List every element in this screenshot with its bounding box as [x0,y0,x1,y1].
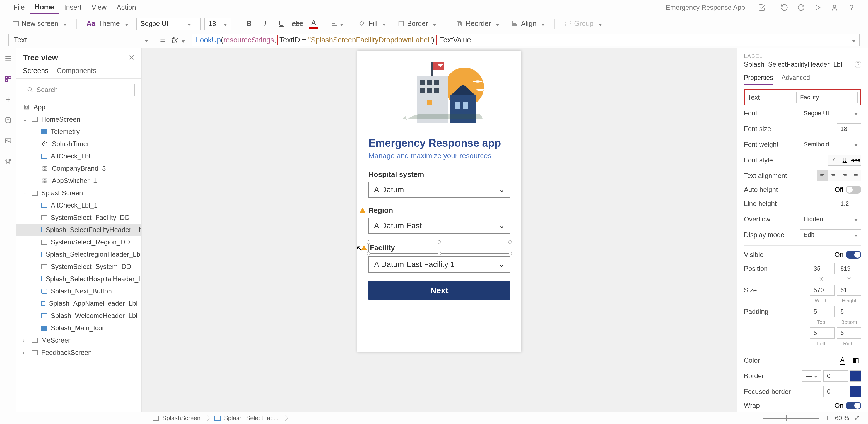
prop-padl-input[interactable]: 5 [810,328,835,339]
bold-button[interactable]: B [243,18,255,30]
tree-tab-components[interactable]: Components [57,67,96,79]
prop-height-input[interactable]: 51 [837,284,861,296]
tree-node-app[interactable]: App [16,101,142,113]
prop-autoheight-toggle[interactable] [846,186,861,193]
prop-fontstyle-group[interactable]: / U abc [828,155,861,166]
rail-advanced-icon[interactable] [3,157,13,166]
tree-node-splashscreen[interactable]: ⌄SplashScreen [16,187,142,199]
breadcrumb-element[interactable]: Splash_SelectFac... [212,415,284,422]
share-icon[interactable] [830,2,840,12]
font-family-select[interactable]: Segoe UI [136,18,200,30]
rail-data-icon[interactable] [3,116,13,125]
tree-node-welcomeh[interactable]: Splash_WelcomeHeader_Lbl [16,310,142,322]
prop-displaymode-select[interactable]: Edit [800,229,861,240]
tree-node-sysfac[interactable]: SystemSelect_Facility_DD [16,211,142,224]
prop-fontweight-select[interactable]: Semibold [800,139,861,150]
fx-icon[interactable]: fx [172,36,185,44]
formula-input[interactable]: LookUp(resourceStrings, TextID = "Splash… [192,34,860,46]
prop-focusbordercolor-btn[interactable] [850,386,861,397]
prop-padt-input[interactable]: 5 [810,306,835,317]
prop-wrap-toggle[interactable] [846,402,861,410]
tree-node-altcheck1[interactable]: AltCheck_Lbl_1 [16,199,142,211]
tree-node-mainicon[interactable]: Splash_Main_Icon [16,322,142,334]
undo-icon[interactable] [779,2,789,12]
prop-strike-btn[interactable]: abc [850,155,861,166]
breadcrumb-screen[interactable]: SplashScreen [150,415,206,422]
facility-dropdown[interactable]: A Datum East Facility 1⌄ [368,256,510,273]
font-color-button[interactable]: A [307,18,320,30]
facility-label-selected[interactable]: Facility [370,244,510,252]
tree-node-appswitcher[interactable]: AppSwitcher_1 [16,175,142,187]
prop-focusborder-input[interactable]: 0 [824,386,848,397]
redo-icon[interactable] [796,2,806,12]
prop-overflow-select[interactable]: Hidden [800,214,861,225]
prop-posx-input[interactable]: 35 [810,263,835,274]
property-selector[interactable]: Text [8,34,153,46]
zoom-out-button[interactable]: − [753,414,758,423]
prop-italic-btn[interactable]: / [828,155,839,166]
canvas[interactable]: Emergency Response app Manage and maximi… [142,48,737,412]
tree-node-telemetry[interactable]: Telemetry [16,125,142,138]
menu-file[interactable]: File [8,2,30,13]
tree-node-facility-header[interactable]: Splash_SelectFacilityHeader_Lbl··· [16,224,142,236]
play-icon[interactable] [813,2,823,12]
prop-visible-toggle[interactable] [846,251,861,259]
new-screen-button[interactable]: New screen [8,18,71,30]
prop-help-icon[interactable]: ? [855,61,861,68]
prop-font-select[interactable]: Segoe UI [800,108,861,119]
tree-node-altcheck[interactable]: AltCheck_Lbl [16,150,142,162]
prop-borderstyle-select[interactable]: — [802,370,821,382]
tree-node-appnameh[interactable]: Splash_AppNameHeader_Lbl [16,297,142,310]
align-right-btn[interactable] [839,170,850,181]
next-button[interactable]: Next [368,281,510,300]
align-justify-btn[interactable] [850,170,861,181]
tree-node-homescreen[interactable]: ⌄HomeScreen [16,113,142,125]
tree-node-sysreg[interactable]: SystemSelect_Region_DD [16,236,142,248]
fit-screen-icon[interactable]: ⤢ [855,415,860,422]
align-left-btn[interactable] [817,170,828,181]
prop-tab-advanced[interactable]: Advanced [781,74,810,85]
app-checker-icon[interactable] [757,2,767,12]
theme-button[interactable]: AaTheme [82,18,132,30]
tree-search-input[interactable]: Search [23,84,135,96]
menu-insert[interactable]: Insert [59,2,87,13]
tree-node-nextbtn[interactable]: Splash_Next_Button [16,285,142,297]
prop-padr-input[interactable]: 5 [837,328,861,339]
zoom-in-button[interactable]: + [825,414,829,423]
italic-button[interactable]: I [259,18,271,30]
rail-hamburger-icon[interactable] [3,54,13,63]
prop-lineheight-input[interactable]: 1.2 [837,198,861,209]
prop-padb-input[interactable]: 5 [837,306,861,317]
prop-align-group[interactable] [817,170,861,181]
tree-node-hospheader[interactable]: Splash_SelectHospitalHeader_Lbl [16,273,142,285]
prop-tab-properties[interactable]: Properties [744,74,773,85]
fill-button[interactable]: Fill [355,18,390,30]
tree-node-syssys[interactable]: SystemSelect_System_DD [16,261,142,273]
zoom-slider[interactable] [764,418,819,419]
prop-underline-btn[interactable]: U [839,155,850,166]
tree-node-feedback[interactable]: ›FeedbackScreen [16,346,142,359]
menu-action[interactable]: Action [112,2,141,13]
rail-insert-icon[interactable] [3,95,13,104]
prop-text-input[interactable]: Facility [796,92,858,103]
prop-bordercolor-btn[interactable] [850,370,861,382]
align-center-btn[interactable] [828,170,839,181]
help-icon[interactable]: ? [846,2,856,12]
prop-fontcolor-btn[interactable]: A [837,355,848,366]
font-size-select[interactable]: 18 [205,18,231,30]
tree-node-regheader[interactable]: Splash_SelectregionHeader_Lbl [16,248,142,261]
menu-view[interactable]: View [87,2,112,13]
tree-node-splashtimer[interactable]: ⏱SplashTimer [16,138,142,150]
tree-close-icon[interactable]: ✕ [128,53,135,62]
prop-width-input[interactable]: 570 [810,284,835,296]
menu-home[interactable]: Home [30,1,59,14]
rail-tree-icon[interactable] [3,74,13,84]
text-align-button[interactable] [331,18,343,30]
hospital-dropdown[interactable]: A Datum⌄ [368,182,510,198]
prop-borderwidth-input[interactable]: 0 [824,370,848,382]
strikethrough-button[interactable]: abc [291,18,304,30]
underline-button[interactable]: U [275,18,287,30]
border-button[interactable]: Border [394,18,440,30]
align-button[interactable]: Align [507,18,549,30]
tree-node-companybrand[interactable]: CompanyBrand_3 [16,162,142,175]
